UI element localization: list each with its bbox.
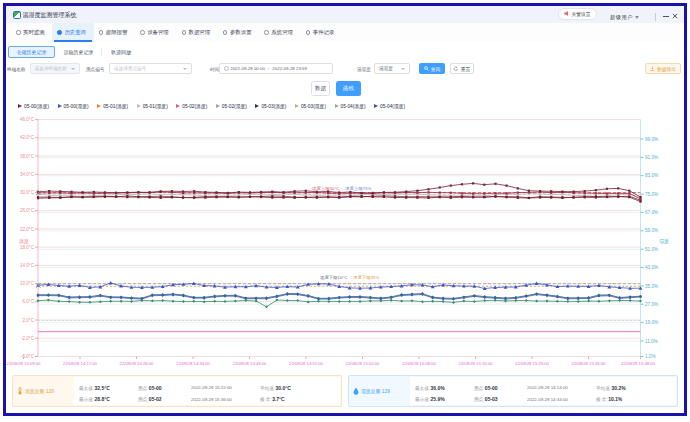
svg-text:22/09/28 15:25:00: 22/09/28 15:25:00 <box>515 361 549 366</box>
svg-text:22.0°C: 22.0°C <box>20 227 35 232</box>
svg-text:22/09/28 15:34:00: 22/09/28 15:34:00 <box>572 361 606 366</box>
svg-text:11.0%: 11.0% <box>645 339 658 344</box>
svg-text:59.0%: 59.0% <box>645 228 658 233</box>
svg-text:35.0%: 35.0% <box>645 284 658 289</box>
svg-text:30.0°C: 30.0°C <box>20 190 35 195</box>
svg-text:10.0°C: 10.0°C <box>20 281 35 286</box>
svg-text:99.0%: 99.0% <box>645 137 658 142</box>
svg-text:22/09/28 14:34:00: 22/09/28 14:34:00 <box>176 361 210 366</box>
svg-text:温度下限10°C: 温度下限10°C <box>320 275 347 280</box>
svg-text:18.0°C: 18.0°C <box>20 245 35 250</box>
svg-text:43.0%: 43.0% <box>645 265 658 270</box>
svg-text:22/09/28 15:16:00: 22/09/28 15:16:00 <box>459 361 493 366</box>
svg-text:14.0°C: 14.0°C <box>20 263 35 268</box>
svg-text:22/09/28 15:00:00: 22/09/28 15:00:00 <box>346 361 380 366</box>
svg-text:46.0°C: 46.0°C <box>20 117 35 122</box>
svg-text:6.0°C: 6.0°C <box>22 299 34 304</box>
svg-text:22/09/28 14:51:00: 22/09/28 14:51:00 <box>289 361 323 366</box>
svg-text:91.0%: 91.0% <box>645 155 658 160</box>
svg-text:-2.0°C: -2.0°C <box>21 336 35 341</box>
svg-text:22/09/28 15:08:00: 22/09/28 15:08:00 <box>402 361 436 366</box>
svg-text:27.0%: 27.0% <box>645 302 658 307</box>
svg-text:75.0%: 75.0% <box>645 192 658 197</box>
svg-text:22/09/28 14:17:00: 22/09/28 14:17:00 <box>63 361 97 366</box>
svg-text:51.0%: 51.0% <box>645 247 658 252</box>
svg-text:34.0°C: 34.0°C <box>20 172 35 177</box>
svg-text:22/09/28 14:09:00: 22/09/28 14:09:00 <box>7 361 41 366</box>
svg-text:38.0°C: 38.0°C <box>20 154 35 159</box>
svg-text:67.0%: 67.0% <box>645 210 658 215</box>
svg-text:湿度下限35%: 湿度下限35% <box>353 275 379 280</box>
svg-text:-6.0°C: -6.0°C <box>21 354 35 359</box>
svg-text:2.0°C: 2.0°C <box>22 318 34 323</box>
svg-text:温度: 温度 <box>19 238 29 245</box>
svg-text:22/09/28 15:48:00: 22/09/28 15:48:00 <box>621 361 655 366</box>
svg-text:42.0°C: 42.0°C <box>20 135 35 140</box>
svg-text:22/09/28 14:43:00: 22/09/28 14:43:00 <box>233 361 267 366</box>
svg-text:1.0%: 1.0% <box>645 354 655 359</box>
svg-text:83.0%: 83.0% <box>645 173 658 178</box>
svg-text:湿度: 湿度 <box>659 238 669 245</box>
svg-text:温度上限30°C: 温度上限30°C <box>312 186 339 191</box>
svg-text:19.0%: 19.0% <box>645 320 658 325</box>
svg-text:22/09/28 14:26:00: 22/09/28 14:26:00 <box>120 361 154 366</box>
svg-text:26.0°C: 26.0°C <box>20 208 35 213</box>
svg-text:湿度上限75%: 湿度上限75% <box>345 186 371 191</box>
